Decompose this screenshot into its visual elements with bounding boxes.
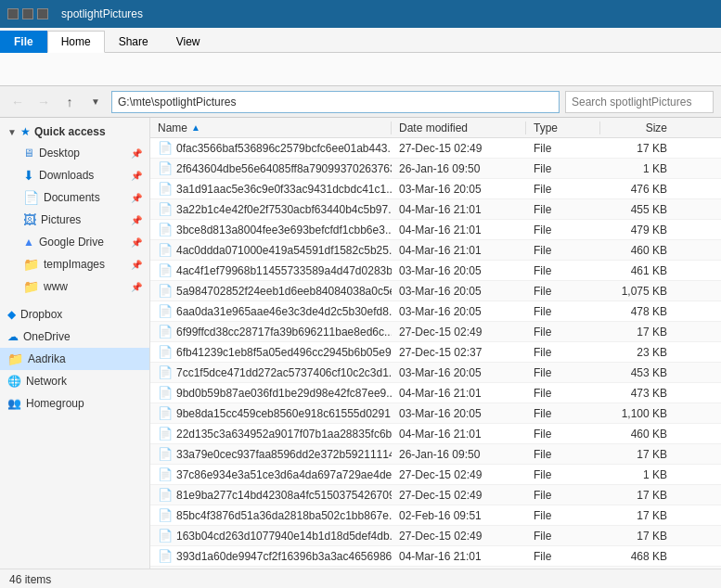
file-size: 1,075 KB [600,285,675,298]
column-size[interactable]: Size [600,121,675,134]
sidebar-googledrive-label: Google Drive [39,236,126,249]
table-row[interactable]: 📄 81e9ba277c14bd42308a4fc5150375426709..… [150,485,721,505]
sidebar-item-documents[interactable]: 📄 Documents 📌 [0,186,149,209]
table-row[interactable]: 📄 85bc4f3876d51a36da2818ba502c1bb867e...… [150,505,721,526]
file-icon: 📄 [158,202,173,217]
file-icon: 📄 [158,243,173,258]
file-size: 468 KB [600,550,675,563]
ribbon-content [0,53,721,86]
recent-button[interactable]: ▼ [85,92,106,112]
column-type[interactable]: Type [526,121,600,134]
up-button[interactable]: ↑ [59,92,80,112]
back-button[interactable]: ← [7,92,28,112]
sidebar-item-www[interactable]: 📁 www 📌 [0,275,149,298]
window-title: spotlightPictures [61,7,143,20]
address-input[interactable] [111,91,560,113]
sidebar-item-dropbox[interactable]: ◆ Dropbox [0,303,149,326]
table-row[interactable]: 📄 163b04cd263d1077940e14b1d18d5def4db...… [150,526,721,546]
table-row[interactable]: 📄 2f643604dbe56e64085ff8a79099370263763.… [150,159,721,179]
pin-icon: 📌 [131,260,142,270]
file-icon: 📄 [158,447,173,462]
dropbox-icon: ◆ [7,308,16,321]
tab-file[interactable]: File [0,31,47,53]
table-row[interactable]: 📄 4ac0ddda071000e419a54591df1582c5b25...… [150,240,721,261]
close-icon[interactable] [37,8,48,19]
file-date: 02-Feb-16 09:51 [392,509,526,522]
forward-button[interactable]: → [33,92,54,112]
sidebar-onedrive-label: OneDrive [23,330,142,343]
file-size: 17 KB [600,489,675,502]
column-date[interactable]: Date modified [392,121,526,134]
sidebar-item-tempimages[interactable]: 📁 tempImages 📌 [0,253,149,275]
search-input[interactable] [565,91,714,113]
file-date: 04-Mar-16 21:01 [392,428,526,441]
table-row[interactable]: 📄 3a1d91aac5e36c9e0f33ac9431dcbdc41c1...… [150,179,721,199]
minimize-icon[interactable] [7,8,19,19]
sidebar-www-label: www [44,280,126,293]
tab-share[interactable]: Share [105,31,162,53]
table-row[interactable]: 📄 5a984702852f24eeb1d6eeb84084038a0c5e..… [150,281,721,301]
file-type: File [526,366,600,379]
file-size: 476 KB [600,183,675,196]
table-row[interactable]: 📄 4ac4f1ef79968b11455733589a4d47d0283b..… [150,261,721,281]
file-name: 📄 85bc4f3876d51a36da2818ba502c1bb867e... [150,508,392,523]
sidebar-homegroup-label: Homegroup [26,397,142,410]
file-size: 17 KB [600,509,675,522]
column-name[interactable]: Name ▲ [150,121,392,134]
file-size: 473 KB [600,387,675,400]
file-size: 478 KB [600,305,675,318]
sort-arrow-icon: ▲ [191,122,200,133]
sidebar-item-pictures[interactable]: 🖼 Pictures 📌 [0,209,149,231]
table-row[interactable]: 📄 7cc1f5dce471dd272ac5737406cf10c2c3d1..… [150,363,721,383]
file-type: File [526,550,600,563]
desktop-icon: 🖥 [23,147,34,160]
tab-home[interactable]: Home [47,31,105,53]
sidebar-item-homegroup[interactable]: 👥 Homegroup [0,392,149,415]
table-row[interactable]: 📄 6f99ffcd38cc28717fa39b696211bae8ed6c..… [150,322,721,342]
file-type: File [526,387,600,400]
file-size: 460 KB [600,244,675,257]
sidebar-item-downloads[interactable]: ⬇ Downloads 📌 [0,164,149,186]
table-row[interactable]: 📄 33a79e0cec937faa8596dd2e372b59211114..… [150,444,721,465]
sidebar-item-googledrive[interactable]: ▲ Google Drive 📌 [0,231,149,253]
onedrive-icon: ☁ [7,330,19,343]
sidebar-item-aadrika[interactable]: 📁 Aadrika [0,348,149,370]
table-row[interactable]: 📄 22d135c3a634952a9017f07b1aa28835fc6b..… [150,424,721,444]
ribbon-tabs: File Home Share View [0,28,721,52]
quick-access-header[interactable]: ▼ ★ Quick access [0,121,149,142]
table-row[interactable]: 📄 37c86e934e3a51ce3d6a4da697a729ae4de...… [150,465,721,485]
file-icon: 📄 [158,141,173,156]
table-row[interactable]: 📄 3bce8d813a8004fee3e693befcfdf1cbb6e3..… [150,220,721,240]
table-row[interactable]: 📄 393d1a60de9947cf2f16396b3a3ac4656986..… [150,546,721,567]
sidebar-item-desktop[interactable]: 🖥 Desktop 📌 [0,142,149,164]
file-name: 📄 3bce8d813a8004fee3e693befcfdf1cbb6e3..… [150,223,392,237]
table-row[interactable]: 📄 6fb41239c1eb8f5a05ed496cc2945b6b05e9..… [150,342,721,363]
sidebar-item-onedrive[interactable]: ☁ OneDrive [0,326,149,348]
table-row[interactable]: 📄 9bd0b59b87ae036fd1be29d98e42fc87ee9...… [150,383,721,403]
status-bar: 46 items [0,569,721,588]
file-size: 17 KB [600,142,675,155]
table-row[interactable]: 📄 6aa0da31e965aae46e3c3de4d2c5b30efd8...… [150,301,721,322]
file-name: 📄 4ac0ddda071000e419a54591df1582c5b25... [150,243,392,258]
file-icon: 📄 [158,488,173,503]
table-row[interactable]: 📄 543b58b97e4636627a1e77faf46d60891e35..… [150,567,721,569]
file-size: 453 KB [600,366,675,379]
file-icon: 📄 [158,304,173,319]
maximize-icon[interactable] [22,8,33,19]
main-layout: ▼ ★ Quick access 🖥 Desktop 📌 ⬇ Downloads… [0,118,721,569]
table-row[interactable]: 📄 3a22b1c4e42f0e2f7530acbf63440b4c5b97..… [150,199,721,220]
file-icon: 📄 [158,345,173,360]
homegroup-icon: 👥 [7,397,21,410]
table-row[interactable]: 📄 0fac3566baf536896c2579bcfc6ee01ab443..… [150,138,721,159]
table-row[interactable]: 📄 9be8da15cc459ceb8560e918c61555d0291...… [150,403,721,424]
file-list: Name ▲ Date modified Type Size 📄 0fac356… [150,118,721,569]
file-icon: 📄 [158,529,173,543]
file-date: 27-Dec-15 02:49 [392,142,526,155]
file-type: File [526,305,600,318]
file-icon: 📄 [158,182,173,197]
file-name: 📄 393d1a60de9947cf2f16396b3a3ac4656986..… [150,549,392,564]
sidebar-dropbox-label: Dropbox [20,308,142,321]
pin-icon: 📌 [131,148,142,159]
sidebar-item-network[interactable]: 🌐 Network [0,370,149,392]
tab-view[interactable]: View [162,31,214,53]
